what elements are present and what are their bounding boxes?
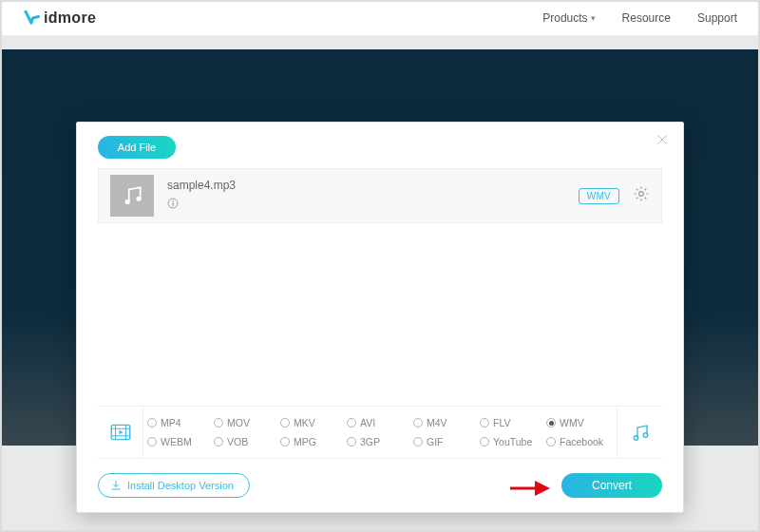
radio-icon <box>480 437 489 446</box>
radio-icon <box>413 437 423 446</box>
nav-resource[interactable]: Resource <box>622 11 671 25</box>
svg-point-3 <box>172 200 173 201</box>
page-strip <box>0 36 760 49</box>
radio-icon <box>413 418 423 428</box>
radio-icon <box>147 437 157 446</box>
format-option-label: WEBM <box>161 436 192 447</box>
nav-products[interactable]: Products▾ <box>542 11 595 25</box>
format-option-mpg[interactable]: MPG <box>280 436 347 447</box>
nav-support[interactable]: Support <box>697 11 737 25</box>
format-option-label: MPG <box>294 436 316 447</box>
add-file-button[interactable]: Add File <box>98 136 176 159</box>
brand-text: idmore <box>44 10 96 27</box>
radio-icon <box>280 437 290 446</box>
svg-marker-10 <box>535 481 550 496</box>
brand-logo[interactable]: idmore <box>23 10 96 27</box>
format-option-label: WMV <box>560 417 584 428</box>
settings-button[interactable] <box>633 185 650 206</box>
install-desktop-label: Install Desktop Version <box>127 480 234 491</box>
format-option-facebook[interactable]: Facebook <box>546 436 613 447</box>
chevron-down-icon: ▾ <box>591 13 596 23</box>
format-option-mkv[interactable]: MKV <box>280 417 347 428</box>
audio-icon <box>629 421 652 444</box>
svg-rect-4 <box>173 202 174 206</box>
file-info: sample4.mp3 <box>167 179 565 213</box>
svg-point-7 <box>634 436 638 441</box>
format-panel: MP4MOVMKVAVIM4VFLVWMVWEBMVOBMPG3GPGIFYou… <box>98 406 662 459</box>
site-header: idmore Products▾ Resource Support <box>0 0 760 36</box>
format-option-webm[interactable]: WEBM <box>147 436 214 447</box>
music-note-icon <box>120 183 144 208</box>
format-option-mov[interactable]: MOV <box>214 417 280 428</box>
format-option-m4v[interactable]: M4V <box>413 417 480 428</box>
converter-dialog: Add File sample4.mp3 WMV <box>76 122 684 513</box>
format-option-label: FLV <box>493 417 510 428</box>
install-desktop-button[interactable]: Install Desktop Version <box>98 473 250 498</box>
format-option-wmv[interactable]: WMV <box>546 417 613 428</box>
format-option-3gp[interactable]: 3GP <box>347 436 413 447</box>
video-icon <box>108 420 133 445</box>
audio-tab[interactable] <box>617 407 662 458</box>
format-option-label: 3GP <box>360 436 380 447</box>
info-icon <box>167 198 179 209</box>
nav-products-label: Products <box>542 11 587 25</box>
dialog-footer: Install Desktop Version Convert <box>77 459 683 512</box>
format-option-label: Facebook <box>560 436 603 447</box>
radio-icon <box>280 418 290 428</box>
radio-icon <box>480 418 489 428</box>
radio-icon <box>147 418 157 428</box>
format-option-avi[interactable]: AVI <box>347 417 413 428</box>
video-tab[interactable] <box>98 407 143 458</box>
info-button[interactable] <box>167 196 565 213</box>
radio-icon <box>214 418 223 428</box>
file-row: sample4.mp3 WMV <box>98 168 662 223</box>
radio-icon <box>214 437 223 446</box>
radio-icon <box>546 437 556 446</box>
format-option-label: M4V <box>427 417 447 428</box>
format-option-mp4[interactable]: MP4 <box>147 417 214 428</box>
format-option-label: GIF <box>427 436 444 447</box>
radio-icon <box>347 437 356 446</box>
nav-support-label: Support <box>697 11 737 25</box>
format-option-label: MOV <box>227 417 250 428</box>
svg-point-8 <box>643 433 648 438</box>
download-icon <box>110 480 122 491</box>
close-button[interactable] <box>655 132 670 151</box>
svg-point-1 <box>136 197 141 201</box>
format-option-youtube[interactable]: YouTube <box>480 436 546 447</box>
arrow-annotation-icon <box>508 478 550 499</box>
format-option-flv[interactable]: FLV <box>480 417 546 428</box>
format-option-vob[interactable]: VOB <box>214 436 280 447</box>
format-option-label: AVI <box>360 417 375 428</box>
format-option-label: MP4 <box>161 417 181 428</box>
format-option-label: YouTube <box>493 436 532 447</box>
radio-icon <box>546 418 556 428</box>
svg-point-5 <box>639 192 644 197</box>
convert-button[interactable]: Convert <box>561 473 662 498</box>
logo-mark-icon <box>23 10 40 27</box>
dialog-body-spacer <box>77 223 683 406</box>
format-option-gif[interactable]: GIF <box>413 436 480 447</box>
file-thumbnail <box>110 175 154 217</box>
output-format-badge[interactable]: WMV <box>579 188 619 204</box>
file-name: sample4.mp3 <box>167 179 565 192</box>
format-option-label: MKV <box>294 417 315 428</box>
format-option-label: VOB <box>227 436 248 447</box>
nav-resource-label: Resource <box>622 11 671 25</box>
svg-point-0 <box>125 200 130 204</box>
close-icon <box>655 132 670 147</box>
top-nav: Products▾ Resource Support <box>542 11 737 25</box>
convert-label: Convert <box>592 479 632 492</box>
gear-icon <box>633 185 650 202</box>
radio-icon <box>347 418 356 428</box>
format-grid: MP4MOVMKVAVIM4VFLVWMVWEBMVOBMPG3GPGIFYou… <box>143 409 617 455</box>
add-file-label: Add File <box>118 142 156 153</box>
